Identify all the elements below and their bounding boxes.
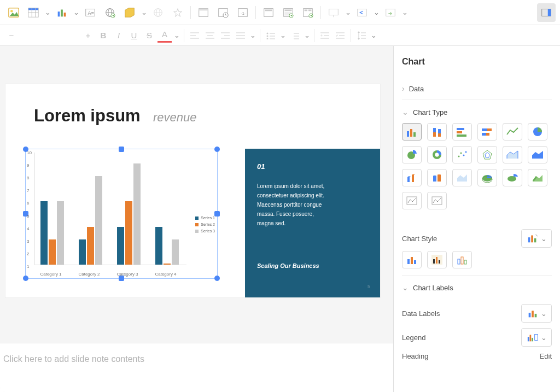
indent-less-icon	[318, 28, 332, 43]
chart-dropdown-icon[interactable]: ⌄	[72, 8, 80, 16]
shape-dropdown-icon[interactable]: ⌄	[140, 8, 148, 16]
svg-point-101	[460, 153, 462, 154]
svg-rect-9	[64, 13, 66, 16]
svg-rect-89	[457, 131, 462, 133]
section-chart-labels[interactable]: Chart Labels	[402, 283, 552, 292]
insert-table-icon[interactable]	[24, 3, 43, 22]
svg-point-102	[463, 155, 465, 156]
next-slide-icon[interactable]	[381, 3, 400, 22]
chart-type-image-chart-a[interactable]	[402, 192, 422, 209]
underline-icon: U	[127, 28, 141, 43]
svg-marker-114	[457, 174, 467, 182]
chart-style-picker[interactable]: ⌄	[521, 229, 552, 248]
chart-type-scatter[interactable]	[452, 146, 472, 163]
section-data[interactable]: Data	[402, 84, 552, 93]
svg-rect-36	[305, 9, 308, 11]
layout-title-icon[interactable]	[259, 3, 278, 22]
svg-rect-82	[410, 129, 412, 137]
chart-type-3d-surface[interactable]	[528, 169, 547, 186]
svg-rect-106	[407, 177, 410, 182]
present-from-start-icon[interactable]	[324, 3, 343, 22]
layout-content-icon[interactable]	[279, 3, 298, 22]
insert-image-icon[interactable]	[4, 3, 23, 22]
legend-picker[interactable]: ⌄	[521, 328, 552, 347]
heading-edit-button[interactable]: Edit	[540, 352, 552, 360]
svg-rect-139	[534, 314, 536, 317]
chart-type-clustered-bar[interactable]	[452, 123, 472, 141]
svg-marker-76	[358, 31, 360, 33]
slide[interactable]: Lorem ipsum revenue Series 1Series 2Seri…	[5, 84, 380, 297]
chart-type-clustered-column[interactable]	[402, 123, 422, 141]
next-dropdown-icon[interactable]: ⌄	[401, 8, 409, 16]
svg-rect-128	[411, 257, 413, 264]
chart-style-style-3[interactable]	[452, 251, 472, 268]
chart-type-3d-area[interactable]	[452, 169, 472, 186]
svg-rect-45	[548, 9, 551, 16]
present-dropdown-icon[interactable]: ⌄	[344, 8, 352, 16]
strike-icon: S	[142, 28, 156, 43]
align-justify-icon	[234, 28, 248, 43]
legend-label: Legend	[402, 334, 425, 342]
prev-dropdown-icon[interactable]: ⌄	[372, 8, 380, 16]
chart-type-stacked-column[interactable]	[427, 123, 447, 141]
section-chart-type[interactable]: Chart Type	[402, 108, 552, 116]
svg-rect-88	[457, 128, 464, 130]
chart-type-image-chart-b[interactable]	[427, 192, 447, 209]
insert-effects-icon[interactable]	[168, 3, 187, 22]
chart-type-3d-column[interactable]	[402, 169, 422, 186]
data-labels-label: Data Labels	[402, 309, 440, 318]
indent-more-icon	[333, 28, 347, 43]
insert-date-time-icon[interactable]	[214, 3, 232, 22]
chart-type-3d-pie[interactable]	[477, 169, 497, 186]
svg-rect-85	[433, 132, 436, 137]
insert-hyperlink-icon[interactable]	[101, 3, 119, 22]
chart-style-style-1[interactable]	[402, 251, 422, 268]
chart-type-filled-area[interactable]	[528, 146, 547, 163]
chart-type-pie[interactable]	[528, 123, 547, 141]
insert-globe-disabled-icon	[149, 3, 167, 22]
svg-rect-8	[61, 9, 63, 16]
previous-slide-icon[interactable]	[353, 3, 371, 22]
chart-type-stacked-bar[interactable]	[477, 123, 497, 141]
chart-style-style-2[interactable]	[427, 251, 447, 268]
font-color-icon: A	[158, 28, 172, 43]
chart-type-3d-exploded-pie[interactable]	[503, 169, 522, 186]
show-side-panel-icon[interactable]	[537, 3, 556, 22]
chart-type-radar[interactable]	[477, 146, 497, 163]
chart-type-3d-cylinder[interactable]	[427, 169, 447, 186]
svg-marker-105	[485, 153, 489, 157]
svg-rect-132	[436, 257, 438, 264]
svg-marker-104	[483, 150, 492, 159]
slide-subtitle[interactable]: revenue	[153, 110, 197, 125]
chart-type-line[interactable]	[503, 123, 522, 141]
insert-chart-icon[interactable]	[52, 3, 71, 22]
svg-rect-40	[329, 9, 339, 15]
svg-point-58	[267, 32, 269, 34]
svg-text:-1-: -1-	[241, 10, 246, 15]
svg-line-126	[535, 235, 538, 237]
insert-textbox-icon[interactable]: A≡	[81, 3, 100, 22]
text-content-box[interactable]: 01 Lorem ipsum dolor sit amet, consectet…	[245, 149, 380, 297]
insert-header-footer-icon[interactable]	[194, 3, 213, 22]
svg-rect-92	[487, 128, 492, 131]
insert-slide-number-icon[interactable]: -1-	[234, 3, 252, 22]
notes-pane[interactable]: Click here to add slide note contents	[0, 343, 393, 392]
grow-font-icon: +	[81, 28, 95, 43]
number-list-icon	[288, 28, 302, 43]
svg-point-103	[465, 151, 467, 153]
chevron-down-icon: ⌄	[541, 334, 547, 342]
align-center-icon	[203, 28, 217, 43]
chart-object[interactable]: Series 1Series 2Series 3 12345678910Cate…	[25, 149, 218, 279]
insert-shape-icon[interactable]	[120, 3, 139, 22]
chart-type-exploded-pie[interactable]	[402, 146, 422, 163]
svg-rect-129	[414, 260, 416, 264]
svg-point-99	[435, 153, 439, 157]
table-dropdown-icon[interactable]: ⌄	[44, 8, 51, 16]
data-labels-picker[interactable]: ⌄	[521, 304, 552, 323]
slide-title[interactable]: Lorem ipsum	[34, 106, 141, 126]
chart-type-doughnut[interactable]	[427, 146, 447, 163]
chart-type-area[interactable]	[503, 146, 522, 163]
svg-rect-133	[439, 260, 440, 264]
layout-media-icon[interactable]	[299, 3, 317, 22]
svg-rect-87	[438, 133, 441, 137]
